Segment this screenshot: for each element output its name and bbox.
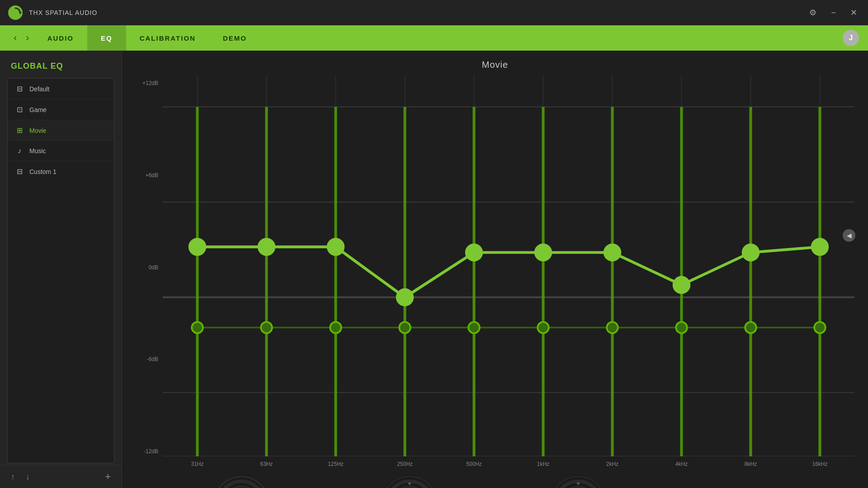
svg-point-32 — [535, 244, 551, 260]
app-logo — [7, 5, 24, 21]
svg-point-33 — [604, 244, 620, 260]
eq-y-labels: +12dB +6dB 0dB -6dB -12dB — [136, 75, 158, 467]
svg-point-38 — [261, 322, 272, 333]
svg-point-29 — [328, 239, 344, 255]
nav-item-audio[interactable]: AUDIO — [34, 25, 87, 51]
user-avatar[interactable]: J — [843, 30, 859, 46]
eq-area: Movie +12dB +6dB 0dB -6dB -12dB — [122, 51, 868, 488]
eq-y-label-n12: -12dB — [144, 448, 158, 455]
nav-forward-button[interactable]: › — [21, 32, 33, 44]
svg-point-39 — [330, 322, 341, 333]
eq-scroll-button[interactable]: ◀ — [843, 229, 855, 242]
eq-x-label-31hz: 31Hz — [163, 461, 232, 467]
sidebar-title: GLOBAL EQ — [0, 61, 122, 78]
sidebar-item-label-music: Music — [29, 147, 46, 155]
eq-y-label-6: +6dB — [146, 172, 158, 178]
bass-boost-group: 20 Bass Boost — [212, 474, 271, 488]
svg-point-59 — [577, 482, 580, 485]
svg-point-37 — [192, 322, 203, 333]
move-down-button[interactable]: ↓ — [22, 470, 33, 483]
eq-y-label-12: +12dB — [142, 80, 158, 86]
eq-chart-svg[interactable] — [163, 75, 854, 456]
eq-preset-name: Movie — [136, 60, 854, 70]
svg-point-45 — [745, 322, 756, 333]
svg-point-44 — [676, 322, 687, 333]
eq-chart-container: +12dB +6dB 0dB -6dB -12dB — [136, 75, 854, 467]
bottom-controls: 20 Bass Boost — [136, 467, 854, 488]
sidebar-item-custom1[interactable]: ⊟ Custom 1 — [8, 161, 114, 182]
settings-button[interactable]: ⚙ — [806, 6, 820, 19]
vocal-clarity-knob[interactable]: 55 — [549, 474, 608, 488]
svg-point-30 — [397, 290, 413, 305]
eq-x-label-8khz: 8kHz — [716, 461, 785, 467]
eq-x-label-63hz: 63Hz — [232, 461, 301, 467]
sidebar-footer: ↑ ↓ + — [0, 465, 122, 488]
svg-point-34 — [674, 277, 689, 293]
svg-point-46 — [814, 322, 826, 333]
nav-item-demo[interactable]: DEMO — [209, 25, 260, 51]
window-controls: ⚙ − ✕ — [806, 6, 861, 19]
svg-point-28 — [259, 239, 274, 255]
sound-normalization-knob[interactable]: 55 — [380, 474, 439, 488]
app-title: THX SPATIAL AUDIO — [29, 9, 800, 16]
nav-back-button[interactable]: ‹ — [9, 32, 21, 44]
svg-point-42 — [538, 322, 549, 333]
eq-x-label-250hz: 250Hz — [370, 461, 439, 467]
eq-x-label-125hz: 125Hz — [301, 461, 370, 467]
eq-sliders-icon: ⊟ — [15, 84, 24, 93]
eq-x-label-4khz: 4kHz — [647, 461, 716, 467]
add-preset-button[interactable]: + — [101, 469, 114, 484]
nav-item-eq[interactable]: EQ — [87, 25, 126, 51]
eq-x-label-1khz: 1kHz — [509, 461, 578, 467]
gamepad-icon: ⊡ — [15, 105, 24, 114]
sidebar-item-music[interactable]: ♪ Music — [8, 141, 114, 161]
sidebar: GLOBAL EQ ⊟ Default ⊡ Game ⊞ Movie ♪ Mus… — [0, 51, 122, 488]
eq-preset-list: ⊟ Default ⊡ Game ⊞ Movie ♪ Music ⊟ Custo… — [7, 78, 114, 463]
sidebar-item-default[interactable]: ⊟ Default — [8, 79, 114, 99]
svg-point-40 — [399, 322, 410, 333]
sidebar-item-label-game: Game — [29, 106, 47, 113]
sidebar-item-game[interactable]: ⊡ Game — [8, 99, 114, 120]
move-up-button[interactable]: ↑ — [7, 470, 19, 483]
eq-x-label-2khz: 2kHz — [578, 461, 647, 467]
eq-y-label-n6: -6dB — [147, 356, 158, 362]
music-icon: ♪ — [15, 147, 24, 155]
svg-point-55 — [408, 482, 411, 485]
eq-x-label-16khz: 16kHz — [785, 461, 854, 467]
eq-x-label-500hz: 500Hz — [439, 461, 509, 467]
movie-icon: ⊞ — [15, 126, 24, 135]
sidebar-item-movie[interactable]: ⊞ Movie — [8, 120, 114, 141]
svg-point-41 — [468, 322, 480, 333]
title-bar: THX SPATIAL AUDIO ⚙ − ✕ — [0, 0, 868, 25]
sidebar-item-label-movie: Movie — [29, 127, 46, 134]
nav-bar: ‹ › AUDIO EQ CALIBRATION DEMO J — [0, 25, 868, 51]
sidebar-item-label-custom1: Custom 1 — [29, 168, 57, 175]
close-button[interactable]: ✕ — [847, 6, 861, 19]
svg-point-43 — [607, 322, 618, 333]
sidebar-item-label-default: Default — [29, 85, 49, 93]
minimize-button[interactable]: − — [827, 6, 840, 19]
eq-y-label-0: 0dB — [149, 264, 158, 271]
main-content: GLOBAL EQ ⊟ Default ⊡ Game ⊞ Movie ♪ Mus… — [0, 51, 868, 488]
svg-point-27 — [189, 239, 205, 255]
eq-x-labels: 31Hz 63Hz 125Hz 250Hz 500Hz 1kHz 2kHz 4k… — [163, 458, 854, 467]
svg-point-36 — [812, 239, 828, 255]
svg-point-31 — [466, 244, 482, 260]
custom-sliders-icon: ⊟ — [15, 167, 24, 176]
vocal-clarity-group: 55 Vocal Clarity — [549, 474, 608, 488]
svg-point-35 — [743, 244, 759, 260]
bass-boost-knob[interactable]: 20 — [212, 474, 271, 488]
sound-normalization-group: 55 Sound Normalization — [369, 474, 451, 488]
nav-item-calibration[interactable]: CALIBRATION — [126, 25, 209, 51]
